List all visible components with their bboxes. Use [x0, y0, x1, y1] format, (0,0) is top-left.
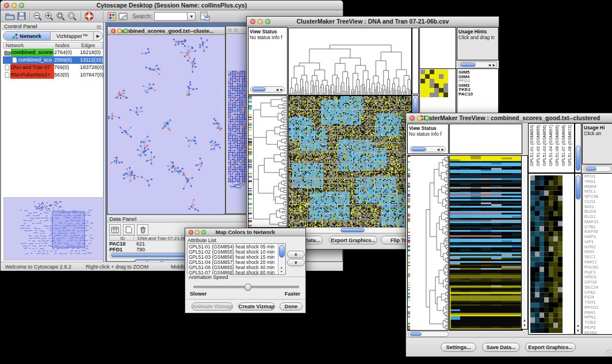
attribute-list-item[interactable]: GPL51-01 (GSM854) heat shock 05 min [189, 244, 277, 250]
minimize-icon[interactable] [258, 19, 263, 24]
close-icon[interactable] [111, 29, 116, 33]
toolbar-separator [103, 12, 104, 21]
birdseye-view[interactable] [3, 197, 104, 260]
attribute-list[interactable]: GPL51-01 (GSM854) heat shock 05 minGPL51… [187, 243, 286, 275]
zoom-window-icon[interactable] [124, 29, 128, 33]
minimize-icon[interactable] [417, 116, 422, 121]
zoom-window-icon[interactable] [19, 3, 24, 8]
attribute-select-icon[interactable] [109, 224, 121, 235]
network-window-background[interactable] [225, 26, 249, 214]
main-title-bar[interactable]: Cytoscape Desktop (Session Name: collins… [1, 1, 343, 10]
tv1-gene-dendrogram[interactable] [252, 95, 288, 228]
new-attribute-icon[interactable] [123, 224, 135, 235]
attribute-list-item[interactable]: GPL51-04 (GSM857) heat shock 20 min [189, 260, 277, 265]
search-dropdown-button[interactable]: ▼ [188, 12, 196, 21]
attribute-list-item[interactable]: GPL51-03 (GSM856) heat shock 15 min [189, 255, 277, 260]
close-icon[interactable] [410, 116, 415, 121]
network-view-1[interactable] [108, 36, 224, 214]
tv2-heatmap[interactable] [449, 155, 523, 331]
treeview2-title-bar[interactable]: ClusterMaker TreeView : combined_scores_… [406, 113, 612, 123]
zoom-out-icon[interactable] [32, 11, 44, 22]
network-window-active[interactable]: combined_scores_good.txt--cluste... [107, 26, 225, 214]
summary-cell [430, 93, 434, 97]
tv1-heatmap-h-scrollbar[interactable] [288, 227, 411, 233]
table-row[interactable]: combined_scores_ 2764(0) 16218(0) [3, 49, 103, 56]
summary-cell [425, 93, 430, 97]
move-down-button[interactable]: ∨ [287, 259, 305, 266]
zoom-fit-icon[interactable] [67, 11, 78, 22]
file-icon [12, 57, 17, 63]
minimize-icon[interactable] [234, 28, 238, 32]
tv2-upper-v-scrollbar[interactable] [575, 123, 582, 173]
tv1-heatmap[interactable] [288, 95, 412, 228]
tv1-array-dendrogram[interactable] [288, 28, 412, 95]
attribute-list-item[interactable]: GPL51-02 (GSM855) heat shock 10 min [189, 250, 277, 255]
gene-label: SPC98 [584, 194, 612, 200]
treeview1-title-bar[interactable]: ClusterMaker TreeView : DNA and Tran 07-… [247, 17, 499, 26]
tv1-summary-heatmap[interactable] [420, 70, 448, 97]
tab-overflow-button[interactable]: ▶ [93, 32, 102, 40]
float-panel-icon[interactable]: ⧉ [97, 23, 101, 30]
create-vizmap-button[interactable]: Create Vizmap [238, 302, 275, 311]
zoom-window-icon[interactable] [201, 230, 206, 235]
zoom-selected-icon[interactable] [55, 11, 67, 22]
gene-label: PEP5 [584, 325, 612, 331]
close-icon[interactable] [250, 19, 255, 24]
tv1-export-graphics-button[interactable]: Export Graphics... [329, 236, 377, 244]
tab-vizmapper[interactable]: VizMapper™ [51, 32, 93, 40]
summary-cell [443, 88, 448, 93]
save-icon[interactable] [16, 11, 27, 22]
tv2-gene-dendrogram[interactable] [410, 155, 449, 331]
zoom-window-icon[interactable] [265, 19, 270, 24]
tv2-usage-scrollbar[interactable] [584, 166, 611, 172]
tv2-export-graphics-button[interactable]: Export Graphics... [525, 343, 576, 352]
tv1-status-scrollbar[interactable]: ◀ ▶ [250, 86, 285, 93]
tv2-save-data-button[interactable]: Save Data... [482, 343, 520, 352]
move-up-button[interactable]: ∧ [287, 251, 305, 258]
help-lifering-icon[interactable] [83, 11, 95, 22]
summary-cell [420, 74, 425, 79]
close-icon[interactable] [189, 230, 193, 235]
tv2-settings-button[interactable]: Settings... [441, 343, 476, 352]
close-icon[interactable] [4, 3, 9, 8]
control-panel-header: Control Panel ⧉ [2, 22, 103, 30]
slider-thumb[interactable] [244, 283, 251, 291]
network-view-2[interactable] [227, 34, 248, 212]
zoom-window-icon[interactable] [424, 116, 430, 121]
tab-network[interactable]: Network [3, 32, 51, 40]
tv2-summary-panel [528, 173, 575, 335]
table-row[interactable]: RNAPuberNov2+ 563(0) 107847(0) [3, 71, 103, 79]
gene-label: YSH1 [584, 300, 612, 305]
dialog-title-bar[interactable]: Map Colors to Network [185, 228, 305, 236]
window-controls[interactable] [4, 3, 24, 8]
advanced-search-icon[interactable] [199, 11, 211, 22]
network-window-title-bar[interactable]: combined_scores_good.txt--cluste... [108, 27, 225, 35]
attribute-list-item[interactable]: GPL51-06 (GSM865) heat shock 40 min [189, 265, 277, 270]
search-input[interactable] [154, 12, 188, 21]
attribute-row[interactable]: PAC10 621 [109, 241, 125, 247]
attribute-row[interactable]: PFD1 790 [109, 247, 123, 252]
tv2-summary-heatmap[interactable] [530, 175, 563, 333]
minimize-icon[interactable] [195, 230, 200, 235]
minimize-icon[interactable] [117, 29, 122, 33]
vizmapper-icon[interactable] [106, 11, 117, 22]
tv2-status-scrollbar[interactable]: ◀ ▶ [410, 146, 446, 152]
table-row[interactable]: DNA and Tran 07 769(0) 183728(0) [3, 64, 103, 71]
table-row-selected[interactable]: combined_sco 2569(6) 13112(15) [3, 56, 103, 64]
summary-cell [439, 70, 443, 74]
open-file-icon[interactable] [4, 11, 16, 22]
tv2-heatmap-v-scrollbar[interactable]: ▲ ▼ [521, 155, 528, 329]
done-button[interactable]: Done [280, 302, 303, 311]
summary-cell [430, 74, 434, 79]
resize-grip[interactable] [606, 349, 612, 356]
delete-attribute-icon[interactable] [137, 224, 148, 235]
zoom-in-icon[interactable] [44, 11, 55, 22]
close-icon[interactable] [228, 28, 232, 32]
tv2-dendro-h-scrollbar[interactable] [408, 331, 449, 337]
attribute-list-scrollbar[interactable]: ▲ ▼ [278, 244, 285, 274]
tv2-summary-v-scrollbar[interactable]: ▲ ▼ [575, 173, 582, 335]
animation-slider[interactable] [193, 286, 299, 288]
annotation-icon[interactable] [117, 11, 129, 22]
tv1-usage-scrollbar[interactable]: ◀ ▶ [458, 62, 497, 68]
minimize-icon[interactable] [12, 3, 17, 8]
